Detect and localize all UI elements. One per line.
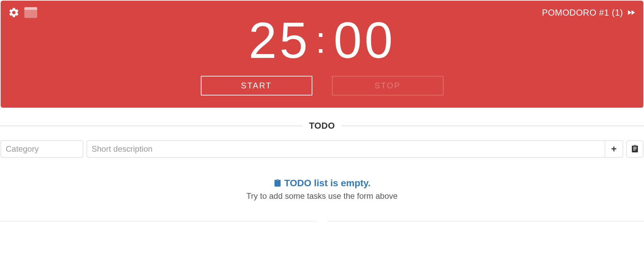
todo-input-row: + (0, 141, 644, 157)
skip-button[interactable] (626, 8, 636, 17)
timer-display: 25:00 (8, 15, 636, 66)
category-input[interactable] (1, 141, 83, 157)
bottom-divider-right (327, 221, 644, 221)
session-label: POMODORO #1 (1) (542, 7, 623, 18)
bottom-dividers (0, 221, 644, 221)
timer-minutes: 25 (248, 12, 310, 69)
todo-section: TODO + TODO list is empty. Try to add so… (0, 121, 644, 221)
clipboard-icon (273, 178, 282, 188)
clipboard-icon (631, 145, 639, 153)
stop-button[interactable]: STOP (332, 76, 444, 95)
settings-button[interactable] (8, 7, 20, 18)
add-task-button[interactable]: + (605, 141, 623, 157)
window-icon (24, 7, 37, 18)
empty-subtitle: Try to add some tasks use the form above (0, 191, 644, 201)
window-button[interactable] (24, 7, 37, 18)
divider-right (342, 126, 644, 126)
divider-left (0, 126, 302, 126)
start-button[interactable]: START (201, 76, 312, 95)
empty-title-text: TODO list is empty. (284, 178, 371, 189)
description-input[interactable] (87, 141, 605, 157)
todo-header: TODO (0, 121, 644, 131)
clipboard-button[interactable] (626, 141, 643, 157)
todo-title: TODO (302, 121, 342, 131)
timer-buttons: START STOP (8, 76, 636, 95)
plus-icon: + (611, 144, 617, 154)
timer-seconds: 00 (334, 12, 396, 69)
top-left-controls (8, 7, 37, 18)
timer-panel: POMODORO #1 (1) 25:00 START STOP (1, 1, 643, 108)
top-right-info: POMODORO #1 (1) (542, 7, 636, 18)
timer-separator: : (315, 19, 329, 61)
bottom-divider-left (0, 221, 317, 221)
description-group: + (87, 141, 623, 157)
fast-forward-icon (626, 8, 636, 17)
gear-icon (8, 7, 20, 18)
empty-title-row: TODO list is empty. (273, 178, 371, 189)
empty-state: TODO list is empty. Try to add some task… (0, 178, 644, 201)
